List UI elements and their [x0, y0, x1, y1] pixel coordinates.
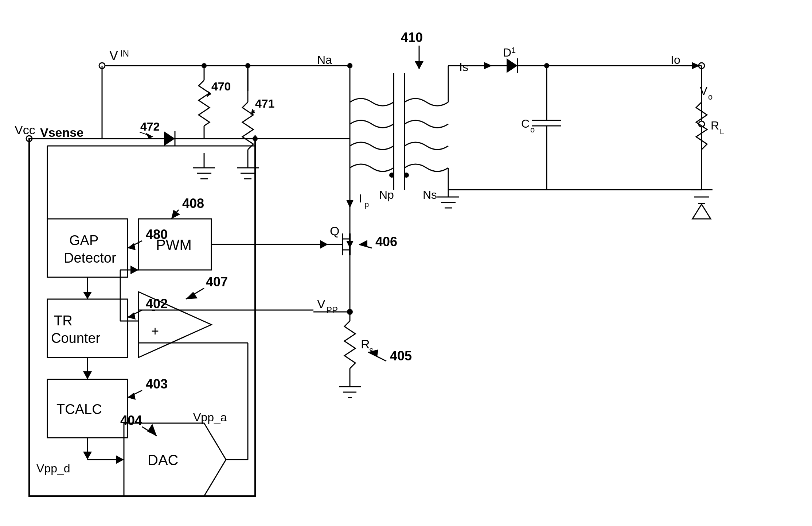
ref472-label: 472: [140, 120, 160, 133]
d1-sub: 1: [511, 46, 516, 55]
pwm-label: PWM: [156, 237, 192, 253]
rs-label: R: [361, 337, 370, 351]
tr-counter-label-line2: Counter: [51, 330, 101, 346]
q-label: Q: [330, 224, 339, 238]
ip-label: I: [359, 192, 362, 205]
comp-plus-label: +: [151, 324, 159, 339]
vpp-label: V: [317, 297, 325, 311]
ip-sub-label: p: [364, 200, 369, 209]
co-sub: o: [530, 125, 535, 134]
svg-rect-0: [0, 0, 812, 526]
tcalc-label: TCALC: [56, 402, 102, 417]
vo-sub: o: [708, 92, 713, 101]
ref410-label: 410: [401, 30, 423, 45]
rl-sub: L: [720, 127, 724, 136]
vin-label: V: [109, 48, 118, 63]
gap-detector-label-line2: Detector: [64, 250, 116, 266]
vo-label: V: [700, 84, 708, 97]
tr-counter-label-line1: TR: [54, 313, 73, 328]
gap-detector-label-line1: GAP: [69, 233, 98, 248]
vppa-label: Vpp_a: [193, 411, 227, 424]
na-label: Na: [317, 53, 332, 66]
vin-sub: IN: [120, 49, 129, 58]
ref405-label: 405: [390, 348, 412, 363]
ref408-label: 408: [182, 196, 204, 211]
rl-label: R: [711, 119, 719, 132]
ref407-label: 407: [206, 274, 228, 289]
ref403-label: 403: [146, 376, 168, 391]
dac-label: DAC: [148, 452, 178, 468]
io-label: Io: [671, 53, 680, 66]
vin-junction1: [202, 63, 207, 68]
vppd-label: Vpp_d: [36, 462, 70, 475]
ns-label: Ns: [423, 188, 437, 201]
na-transformer-junction: [347, 63, 352, 68]
vsense-label: Vsense: [40, 125, 83, 139]
ref406-label: 406: [375, 234, 397, 249]
is-label: Is: [459, 61, 468, 74]
ref470-label: 470: [211, 80, 231, 93]
vpp-sub-label: PP: [326, 305, 338, 315]
transformer-dot-primary: [389, 173, 394, 178]
np-label: Np: [379, 188, 394, 201]
co-label: C: [521, 117, 530, 130]
comp-minus-label: -: [151, 302, 156, 317]
transformer-dot-secondary: [404, 173, 409, 178]
ref404-label: 404: [120, 413, 142, 428]
d1-label: D: [503, 46, 511, 59]
vcc-label: Vcc: [15, 123, 35, 137]
ref471-label: 471: [255, 97, 274, 110]
